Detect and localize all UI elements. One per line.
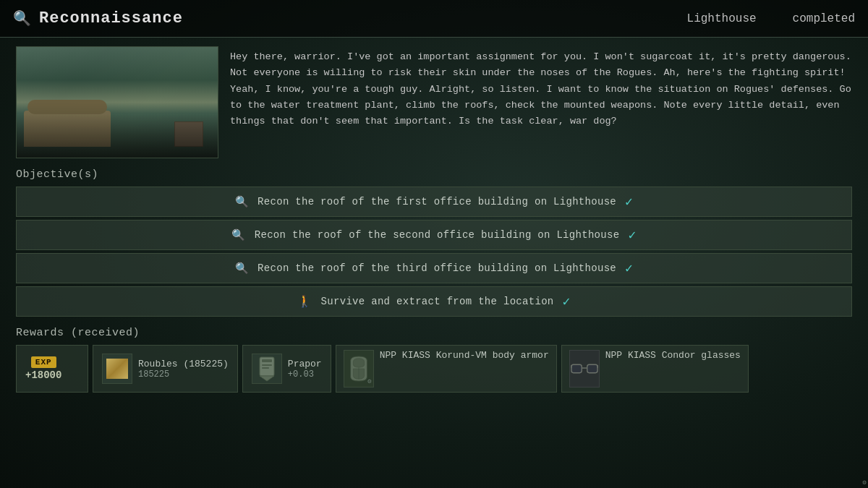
header-bar: 🔍 Reconnaissance Lighthouse completed (0, 0, 868, 38)
header-status: completed (793, 12, 855, 25)
armor-icon: ⚙ (344, 350, 374, 388)
exp-badge: EXP (31, 356, 56, 368)
prapor-icon (252, 354, 282, 384)
prapor-value: +0.03 (288, 369, 322, 380)
objective-3: 🔍 Recon the roof of the third office bui… (16, 253, 852, 283)
roubles-text: Roubles (185225) 185225 (138, 359, 229, 380)
header-meta: Lighthouse completed (687, 12, 855, 25)
page-wrapper: 🔍 Reconnaissance Lighthouse completed He… (0, 0, 868, 488)
search-icon: 🔍 (13, 9, 32, 27)
reward-prapor: Prapor +0.03 (242, 345, 331, 393)
objective-2: 🔍 Recon the roof of the second office bu… (16, 220, 852, 250)
objective-3-checkmark: ✓ (625, 260, 633, 276)
armor-name: NPP KIASS Korund-VM body armor (380, 350, 549, 361)
prapor-svg (255, 356, 278, 382)
quest-image (16, 46, 218, 158)
quest-description-row: Hey there, warrior. I've got an importan… (16, 46, 852, 158)
prapor-name: Prapor (288, 359, 322, 369)
rewards-row: EXP +18000 Roubles (185225) 185225 (16, 345, 852, 393)
objective-search-icon-3: 🔍 (235, 262, 249, 275)
rewards-label: Rewards (received) (16, 327, 852, 339)
objective-1: 🔍 Recon the roof of the first office bui… (16, 187, 852, 217)
roubles-value: 185225 (138, 369, 229, 380)
objective-search-icon-1: 🔍 (235, 195, 249, 209)
armor-svg (347, 355, 370, 382)
roubles-icon (102, 354, 132, 384)
reward-exp: EXP +18000 (16, 345, 88, 393)
svg-line-9 (571, 365, 571, 368)
roubles-label: Roubles (185225) (138, 359, 229, 369)
svg-rect-1 (262, 359, 272, 362)
objectives-list: 🔍 Recon the roof of the first office bui… (16, 187, 852, 317)
armor-corner-icon: ⚙ (367, 377, 371, 385)
prapor-text: Prapor +0.03 (288, 359, 322, 380)
exp-block: EXP +18000 (25, 356, 61, 381)
svg-marker-4 (260, 376, 274, 381)
content-area: Hey there, warrior. I've got an importan… (0, 38, 868, 400)
glasses-corner-icon: ⚙ (863, 479, 867, 487)
objective-2-checkmark: ✓ (628, 227, 636, 243)
objective-1-checkmark: ✓ (625, 194, 633, 210)
objective-run-icon-4: 🚶 (297, 294, 312, 309)
svg-rect-2 (262, 364, 272, 366)
quest-title-text: Reconnaissance (39, 9, 183, 27)
glasses-icon: ⚙ (569, 350, 600, 388)
objective-4-checkmark: ✓ (563, 294, 571, 309)
glasses-name: NPP KIASS Condor glasses (605, 350, 741, 361)
reward-armor: ⚙ NPP KIASS Korund-VM body armor (336, 345, 557, 393)
svg-rect-11 (572, 365, 581, 372)
objectives-label: Objective(s) (16, 168, 852, 181)
objective-1-text: Recon the roof of the first office build… (258, 196, 616, 207)
reward-glasses: ⚙ NPP KIASS Condor glasses (561, 345, 749, 393)
sandbag-decoration (24, 111, 111, 147)
glasses-svg (571, 361, 598, 377)
svg-rect-3 (262, 367, 269, 369)
box-decoration (174, 121, 203, 147)
exp-value: +18000 (25, 369, 61, 381)
svg-line-10 (597, 365, 598, 368)
objective-3-text: Recon the roof of the third office build… (258, 262, 616, 274)
roubles-inner (106, 359, 128, 379)
header-location: Lighthouse (687, 12, 757, 25)
quest-title: 🔍 Reconnaissance (13, 9, 183, 27)
objective-4: 🚶 Survive and extract from the location … (16, 286, 852, 317)
objective-search-icon-2: 🔍 (231, 228, 245, 242)
quest-description-text: Hey there, warrior. I've got an importan… (230, 46, 852, 158)
objective-2-text: Recon the roof of the second office buil… (255, 229, 620, 241)
reward-roubles: Roubles (185225) 185225 (93, 345, 238, 393)
svg-rect-12 (587, 365, 596, 372)
objective-4-text: Survive and extract from the location (321, 296, 554, 307)
